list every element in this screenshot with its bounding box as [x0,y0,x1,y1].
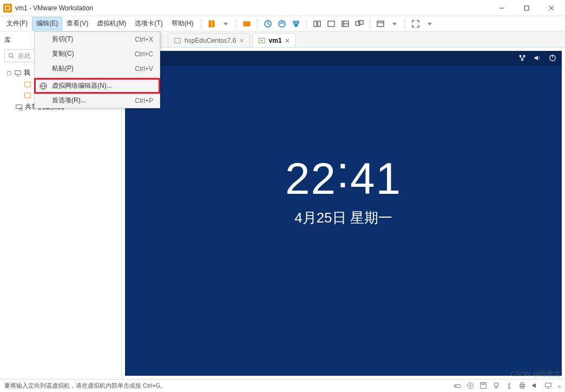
menu-tabs[interactable]: 选项卡(T) [130,17,167,30]
svg-rect-38 [175,38,181,43]
menu-virtual-network-editor[interactable]: 虚拟网络编辑器(N)... [35,79,160,93]
clock-date: 4月25日 星期一 [285,208,402,227]
disk-icon[interactable] [454,382,461,390]
globe-icon [39,82,48,90]
sound-icon[interactable] [531,382,539,390]
chevron-right-icon[interactable]: » [557,383,561,389]
tree-label: 我 [24,68,30,77]
network-icon[interactable] [518,54,526,63]
menu-item-label: 首选项(R)... [52,96,86,105]
send-ctrl-alt-del-button[interactable] [241,18,253,30]
menu-item-label: 剪切(T) [52,35,73,44]
view-single-button[interactable] [325,18,337,30]
usb-icon[interactable] [505,382,513,390]
fullscreen-button[interactable] [410,18,422,30]
snapshot-button[interactable] [262,18,274,30]
pause-button[interactable] [206,18,218,30]
menu-preferences[interactable]: 首选项(R)... Ctrl+P [35,93,160,108]
network-adapter-icon[interactable] [492,382,500,390]
stretch-guest-button[interactable] [375,18,386,30]
svg-point-30 [9,54,13,57]
svg-rect-22 [359,21,363,24]
statusbar: 要将输入定向到该虚拟机，请在虚拟机内部单击或按 Ctrl+G。 » [0,379,565,392]
separator [201,19,201,29]
separator [306,19,307,29]
tab-hspeducentos[interactable]: hspEduCentos7.6 × [168,33,250,47]
view-console-button[interactable] [311,18,323,30]
svg-rect-3 [524,6,529,10]
menu-item-label: 虚拟网络编辑器(N)... [52,81,112,90]
svg-rect-42 [523,55,525,57]
menu-cut[interactable]: 剪切(T) Ctrl+X [35,32,160,47]
vm-icon [24,81,31,88]
svg-rect-34 [25,82,31,87]
menu-view[interactable]: 查看(V) [62,17,93,30]
close-icon[interactable]: × [285,36,290,45]
svg-rect-1 [6,6,9,10]
printer-icon[interactable] [518,382,526,390]
svg-rect-35 [25,93,31,98]
content-area: hspEduCentos7.6 × vm1 × 22:41 4月25日 星期一 [122,31,565,379]
menu-edit[interactable]: 编辑(E) [32,17,62,30]
menu-item-label: 粘贴(P) [52,64,74,73]
vm-icon [174,37,181,44]
display-icon[interactable] [544,382,552,390]
tab-vm1[interactable]: vm1 × [252,33,295,47]
menu-file[interactable]: 文件(F) [2,17,32,30]
svg-point-37 [19,107,22,110]
vmware-app-icon [3,4,12,12]
svg-rect-32 [15,70,21,74]
collapse-icon: ▢ [6,70,12,76]
svg-line-31 [12,57,14,58]
cd-icon[interactable] [467,382,474,390]
separator [405,19,405,29]
time-hours: 22 [285,154,337,203]
minimize-button[interactable] [489,0,514,16]
titlebar: vm1 - VMware Workstation [0,0,565,16]
menu-paste[interactable]: 粘贴(P) Ctrl+V [35,61,160,76]
svg-marker-40 [261,40,263,42]
time-colon: : [337,147,350,197]
svg-rect-21 [356,22,360,25]
status-text: 要将输入定向到该虚拟机，请在虚拟机内部单击或按 Ctrl+G。 [4,382,454,390]
vm-console[interactable]: 22:41 4月25日 星期一 [125,51,562,376]
floppy-icon[interactable] [479,382,487,390]
svg-rect-23 [377,21,384,27]
power-dropdown[interactable] [220,18,232,30]
view-unity-button[interactable] [339,18,351,30]
svg-marker-8 [224,23,228,25]
menu-help[interactable]: 帮助(H) [167,17,198,30]
close-icon[interactable]: × [239,36,244,45]
menu-vm[interactable]: 虚拟机(M) [93,17,130,30]
vm-tabs: hspEduCentos7.6 × vm1 × [122,31,565,48]
shared-icon [15,103,23,111]
svg-rect-56 [482,382,484,384]
svg-rect-11 [247,23,249,25]
svg-point-14 [293,21,295,23]
svg-rect-10 [245,23,246,25]
svg-rect-63 [521,382,523,384]
power-icon[interactable] [549,54,556,63]
snapshot-revert-button[interactable] [276,18,288,30]
separator [236,19,236,29]
maximize-button[interactable] [514,0,539,16]
snapshot-manager-button[interactable] [290,18,302,30]
tab-label: hspEduCentos7.6 [185,37,236,44]
svg-marker-26 [428,23,432,25]
svg-point-52 [455,386,456,387]
fullscreen-dropdown[interactable] [424,18,436,30]
vm-icon [24,92,31,99]
menu-shortcut: Ctrl+P [135,97,153,104]
time-minutes: 41 [350,154,402,203]
separator [257,19,258,29]
svg-rect-17 [314,21,317,27]
svg-point-13 [279,21,285,27]
volume-icon[interactable] [534,54,541,63]
svg-rect-7 [212,21,214,27]
view-multimonitor-button[interactable] [353,18,365,30]
tab-label: vm1 [269,37,282,44]
svg-rect-36 [16,104,22,108]
close-button[interactable] [539,0,564,16]
menu-copy[interactable]: 复制(C) Ctrl+C [35,47,160,61]
stretch-dropdown[interactable] [389,18,400,30]
